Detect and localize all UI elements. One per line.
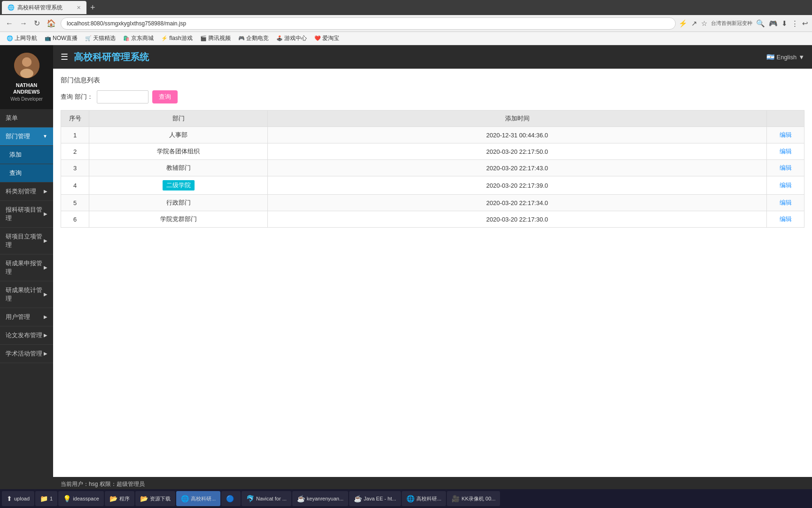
tab-title: 高校科研管理系统 xyxy=(17,4,62,12)
search-input[interactable] xyxy=(97,90,148,103)
sidebar-item-dept-mgmt[interactable]: 部门管理 ▼ xyxy=(0,127,53,146)
header-left: ☰ 高校科研管理系统 xyxy=(61,51,149,64)
cell-dept: 二级学院 xyxy=(89,176,268,195)
sidebar-item-user-mgmt[interactable]: 用户管理 ▶ xyxy=(0,308,53,326)
forward-button[interactable]: → xyxy=(18,18,29,29)
bookmark-icon-shangwang: 🌐 xyxy=(7,35,13,41)
col-header-edit xyxy=(767,111,804,127)
taskbar: ⬆upload📁1💡ideasspace📂程序📂资源下载🌐高校科研...🔵🐬Na… xyxy=(0,489,812,491)
bookmark-icon-tianmao: 🛒 xyxy=(85,35,92,41)
table-header-row: 序号 部门 添加时间 xyxy=(61,111,804,127)
lang-chevron-icon: ▼ xyxy=(798,54,804,61)
sidebar-item-add[interactable]: 添加 xyxy=(0,146,53,164)
cell-seq: 6 xyxy=(61,211,89,228)
tab-close-button[interactable]: ✕ xyxy=(77,5,81,11)
chevron-proj-icon: ▶ xyxy=(44,238,47,243)
table-row: 2学院各团体组织2020-03-20 22:17:50.0编辑 xyxy=(61,143,804,160)
sidebar-item-results-report[interactable]: 研成果申报管理 ▶ xyxy=(0,254,53,281)
svg-point-3 xyxy=(22,57,31,67)
cell-seq: 1 xyxy=(61,127,89,143)
table-row: 3教辅部门2020-03-20 22:17:43.0编辑 xyxy=(61,160,804,176)
bookmark-star-icon[interactable]: ☆ xyxy=(701,19,707,28)
edit-button[interactable]: 编辑 xyxy=(780,215,792,223)
sidebar-item-proj-establish[interactable]: 研项目立项管理 ▶ xyxy=(0,228,53,254)
new-tab-button[interactable]: + xyxy=(86,3,99,13)
col-header-time: 添加时间 xyxy=(268,111,767,127)
back-button[interactable]: ← xyxy=(4,18,15,29)
svg-point-2 xyxy=(20,69,33,78)
hamburger-icon[interactable]: ☰ xyxy=(61,52,68,62)
bookmarks-bar: 🌐 上网导航 📺 NOW直播 🛒 天猫精选 🛍️ 京东商城 ⚡ flash游戏 … xyxy=(0,32,812,45)
sidebar-item-activity[interactable]: 学术活动管理 ▶ xyxy=(0,345,53,363)
share-icon[interactable]: ↗ xyxy=(691,19,697,28)
settings-icon[interactable]: ⋮ xyxy=(791,19,798,28)
bookmark-taobao[interactable]: ❤️ 爱淘宝 xyxy=(312,33,342,43)
col-header-dept: 部门 xyxy=(89,111,268,127)
sidebar-item-stats[interactable]: 研成果统计管理 ▶ xyxy=(0,281,53,308)
tab-favicon: 🌐 xyxy=(8,4,15,11)
undo-icon[interactable]: ↩ xyxy=(802,19,808,28)
sidebar-item-query[interactable]: 查询 xyxy=(0,164,53,183)
content-area: 部门信息列表 查询 部门： 查询 序号 部门 添加时间 1人事部2020-12-… xyxy=(53,69,812,477)
cell-dept: 人事部 xyxy=(89,127,268,143)
address-input[interactable] xyxy=(61,17,676,30)
language-selector[interactable]: 🇦🇷 English ▼ xyxy=(766,53,804,61)
taiwan-badge: 台湾首例新冠变种 xyxy=(711,20,752,27)
search-button[interactable]: 查询 xyxy=(152,90,178,103)
search-icon[interactable]: 🔍 xyxy=(756,19,765,28)
chevron-activity-icon: ▶ xyxy=(44,351,47,356)
header-title: 高校科研管理系统 xyxy=(74,51,149,64)
game-icon[interactable]: 🎮 xyxy=(769,19,778,28)
bookmark-flash[interactable]: ⚡ flash游戏 xyxy=(158,33,195,43)
cell-edit: 编辑 xyxy=(767,127,804,143)
refresh-button[interactable]: ↻ xyxy=(32,18,42,29)
sidebar-profile: NATHANANDREWS Web Developer xyxy=(0,45,53,109)
bookmark-esports[interactable]: 🎮 企鹅电竞 xyxy=(235,33,272,43)
bookmark-tencent[interactable]: 🎬 腾讯视频 xyxy=(197,33,234,43)
edit-button[interactable]: 编辑 xyxy=(780,164,792,172)
cell-dept: 教辅部门 xyxy=(89,160,268,176)
chevron-stats-icon: ▶ xyxy=(44,292,47,297)
bookmark-now[interactable]: 📺 NOW直播 xyxy=(42,33,80,43)
bookmark-icon-now: 📺 xyxy=(45,35,51,41)
header: ☰ 高校科研管理系统 🇦🇷 English ▼ xyxy=(53,45,812,69)
chevron-category-icon: ▶ xyxy=(44,189,47,194)
cell-edit: 编辑 xyxy=(767,211,804,228)
cell-dept: 学院各团体组织 xyxy=(89,143,268,160)
main-area: ☰ 高校科研管理系统 🇦🇷 English ▼ 部门信息列表 查询 部门： 查询… xyxy=(53,45,812,491)
table-row: 5行政部门2020-03-20 22:17:34.0编辑 xyxy=(61,195,804,211)
cell-time: 2020-12-31 00:44:36.0 xyxy=(268,127,767,143)
sidebar-item-category[interactable]: 科类别管理 ▶ xyxy=(0,183,53,201)
bookmark-jingdong[interactable]: 🛍️ 京东商城 xyxy=(120,33,156,43)
cell-edit: 编辑 xyxy=(767,176,804,195)
sidebar-item-menu[interactable]: 菜单 xyxy=(0,109,53,127)
profile-name: NATHANANDREWS xyxy=(4,82,49,95)
table-row: 6学院党群部门2020-03-20 22:17:30.0编辑 xyxy=(61,211,804,228)
sidebar-item-research-proj[interactable]: 报科研项目管理 ▶ xyxy=(0,201,53,228)
lang-label: English xyxy=(776,54,796,61)
extensions-icon[interactable]: ⚡ xyxy=(679,19,687,28)
sidebar-item-paper[interactable]: 论文发布管理 ▶ xyxy=(0,326,53,345)
avatar xyxy=(14,53,39,78)
edit-button[interactable]: 编辑 xyxy=(780,131,792,139)
cell-seq: 3 xyxy=(61,160,89,176)
chevron-paper-icon: ▶ xyxy=(44,333,47,338)
table-row: 4二级学院2020-03-20 22:17:39.0编辑 xyxy=(61,176,804,195)
cell-edit: 编辑 xyxy=(767,143,804,160)
edit-button[interactable]: 编辑 xyxy=(780,147,792,156)
active-tab[interactable]: 🌐 高校科研管理系统 ✕ xyxy=(2,1,86,14)
cell-time: 2020-03-20 22:17:43.0 xyxy=(268,160,767,176)
bookmark-shangwang[interactable]: 🌐 上网导航 xyxy=(4,33,40,43)
chevron-dept-icon: ▼ xyxy=(43,134,47,139)
edit-button[interactable]: 编辑 xyxy=(780,181,792,190)
download-icon[interactable]: ⬇ xyxy=(781,19,788,28)
search-bar: 查询 部门： 查询 xyxy=(61,90,804,103)
bookmark-gamecenter[interactable]: 🕹️ 游戏中心 xyxy=(273,33,310,43)
cell-seq: 4 xyxy=(61,176,89,195)
cell-seq: 5 xyxy=(61,195,89,211)
home-button[interactable]: 🏠 xyxy=(45,18,58,29)
bookmark-tianmao[interactable]: 🛒 天猫精选 xyxy=(82,33,118,43)
address-bar-row: ← → ↻ 🏠 ⚡ ↗ ☆ 台湾首例新冠变种 🔍 🎮 ⬇ ⋮ ↩ xyxy=(0,15,812,32)
edit-button[interactable]: 编辑 xyxy=(780,198,792,207)
tab-bar: 🌐 高校科研管理系统 ✕ + xyxy=(0,0,812,15)
